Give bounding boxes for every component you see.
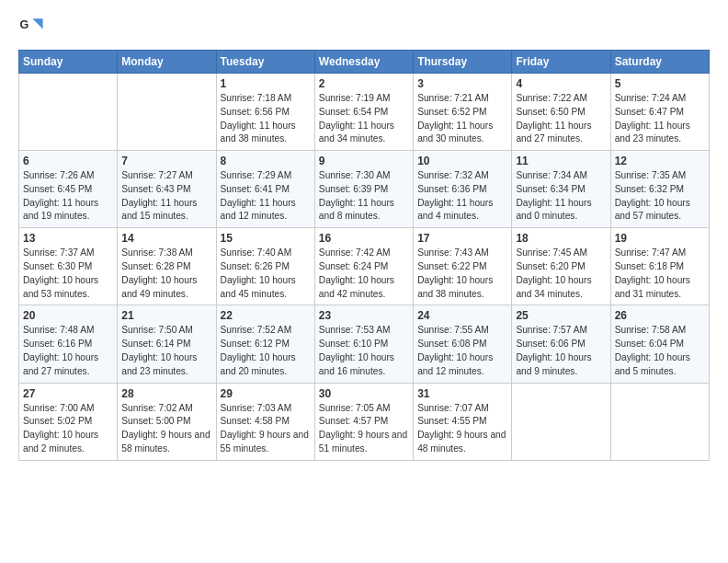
page: G SundayMondayTuesdayWednesdayThursdayFr… xyxy=(0,0,728,476)
day-number: 8 xyxy=(221,155,311,167)
day-number: 2 xyxy=(319,77,409,90)
day-info: Sunrise: 7:40 AM Sunset: 6:26 PM Dayligh… xyxy=(221,247,311,301)
calendar-week-row: 1Sunrise: 7:18 AM Sunset: 6:56 PM Daylig… xyxy=(19,74,710,151)
day-number: 20 xyxy=(23,309,113,322)
day-number: 29 xyxy=(221,387,311,400)
day-info: Sunrise: 7:58 AM Sunset: 6:04 PM Dayligh… xyxy=(615,324,705,378)
day-number: 13 xyxy=(23,232,113,245)
day-info: Sunrise: 7:26 AM Sunset: 6:45 PM Dayligh… xyxy=(23,169,113,224)
day-info: Sunrise: 7:19 AM Sunset: 6:54 PM Dayligh… xyxy=(319,92,409,146)
calendar-cell: 18Sunrise: 7:45 AM Sunset: 6:20 PM Dayli… xyxy=(512,228,610,305)
day-number: 24 xyxy=(417,309,507,322)
day-number: 27 xyxy=(23,387,113,400)
weekday-header: Sunday xyxy=(19,51,118,74)
day-number: 3 xyxy=(417,77,507,90)
calendar-cell: 4Sunrise: 7:22 AM Sunset: 6:50 PM Daylig… xyxy=(512,74,610,151)
day-info: Sunrise: 7:05 AM Sunset: 4:57 PM Dayligh… xyxy=(319,402,409,456)
calendar-cell: 22Sunrise: 7:52 AM Sunset: 6:12 PM Dayli… xyxy=(216,305,314,383)
day-number: 7 xyxy=(121,155,211,167)
day-info: Sunrise: 7:50 AM Sunset: 6:14 PM Dayligh… xyxy=(121,324,211,378)
calendar-week-row: 27Sunrise: 7:00 AM Sunset: 5:02 PM Dayli… xyxy=(19,383,710,460)
calendar-cell: 29Sunrise: 7:03 AM Sunset: 4:58 PM Dayli… xyxy=(216,383,314,460)
day-info: Sunrise: 7:57 AM Sunset: 6:06 PM Dayligh… xyxy=(516,324,606,378)
day-info: Sunrise: 7:34 AM Sunset: 6:34 PM Dayligh… xyxy=(516,169,606,224)
logo-icon: G xyxy=(18,15,44,40)
weekday-header: Tuesday xyxy=(216,51,314,74)
day-info: Sunrise: 7:38 AM Sunset: 6:28 PM Dayligh… xyxy=(121,247,211,301)
day-number: 25 xyxy=(516,309,606,322)
calendar-cell: 25Sunrise: 7:57 AM Sunset: 6:06 PM Dayli… xyxy=(512,305,610,383)
day-info: Sunrise: 7:29 AM Sunset: 6:41 PM Dayligh… xyxy=(221,169,311,224)
calendar-cell: 24Sunrise: 7:55 AM Sunset: 6:08 PM Dayli… xyxy=(414,305,512,383)
day-info: Sunrise: 7:00 AM Sunset: 5:02 PM Dayligh… xyxy=(23,402,113,456)
day-number: 6 xyxy=(23,155,113,167)
day-info: Sunrise: 7:45 AM Sunset: 6:20 PM Dayligh… xyxy=(516,247,606,301)
calendar-cell: 16Sunrise: 7:42 AM Sunset: 6:24 PM Dayli… xyxy=(314,228,413,305)
weekday-header: Thursday xyxy=(414,51,512,74)
calendar-cell: 28Sunrise: 7:02 AM Sunset: 5:00 PM Dayli… xyxy=(118,383,216,460)
calendar-week-row: 20Sunrise: 7:48 AM Sunset: 6:16 PM Dayli… xyxy=(19,305,710,383)
calendar-cell xyxy=(118,74,216,151)
day-number: 10 xyxy=(417,155,507,167)
calendar-cell: 26Sunrise: 7:58 AM Sunset: 6:04 PM Dayli… xyxy=(610,305,709,383)
weekday-header: Monday xyxy=(118,51,216,74)
day-info: Sunrise: 7:52 AM Sunset: 6:12 PM Dayligh… xyxy=(221,324,311,378)
day-number: 21 xyxy=(121,309,211,322)
calendar-cell: 3Sunrise: 7:21 AM Sunset: 6:52 PM Daylig… xyxy=(414,74,512,151)
calendar-cell: 14Sunrise: 7:38 AM Sunset: 6:28 PM Dayli… xyxy=(118,228,216,305)
day-info: Sunrise: 7:37 AM Sunset: 6:30 PM Dayligh… xyxy=(23,247,113,301)
calendar-table: SundayMondayTuesdayWednesdayThursdayFrid… xyxy=(18,50,710,461)
calendar-cell: 6Sunrise: 7:26 AM Sunset: 6:45 PM Daylig… xyxy=(19,151,118,228)
calendar-cell xyxy=(512,383,610,460)
day-info: Sunrise: 7:02 AM Sunset: 5:00 PM Dayligh… xyxy=(121,402,211,456)
calendar-cell: 15Sunrise: 7:40 AM Sunset: 6:26 PM Dayli… xyxy=(216,228,314,305)
day-number: 19 xyxy=(615,232,705,245)
svg-text:G: G xyxy=(19,18,28,31)
svg-marker-1 xyxy=(32,18,42,29)
day-number: 16 xyxy=(319,232,409,245)
day-info: Sunrise: 7:07 AM Sunset: 4:55 PM Dayligh… xyxy=(417,402,507,456)
day-number: 22 xyxy=(221,309,311,322)
day-info: Sunrise: 7:22 AM Sunset: 6:50 PM Dayligh… xyxy=(516,92,606,146)
day-info: Sunrise: 7:47 AM Sunset: 6:18 PM Dayligh… xyxy=(615,247,705,301)
calendar-cell: 11Sunrise: 7:34 AM Sunset: 6:34 PM Dayli… xyxy=(512,151,610,228)
day-number: 23 xyxy=(319,309,409,322)
calendar-cell: 7Sunrise: 7:27 AM Sunset: 6:43 PM Daylig… xyxy=(118,151,216,228)
weekday-header: Saturday xyxy=(610,51,709,74)
day-info: Sunrise: 7:03 AM Sunset: 4:58 PM Dayligh… xyxy=(221,402,311,456)
calendar-cell: 31Sunrise: 7:07 AM Sunset: 4:55 PM Dayli… xyxy=(414,383,512,460)
day-number: 28 xyxy=(121,387,211,400)
calendar-cell: 13Sunrise: 7:37 AM Sunset: 6:30 PM Dayli… xyxy=(19,228,118,305)
day-info: Sunrise: 7:53 AM Sunset: 6:10 PM Dayligh… xyxy=(319,324,409,378)
day-info: Sunrise: 7:24 AM Sunset: 6:47 PM Dayligh… xyxy=(615,92,705,146)
day-info: Sunrise: 7:55 AM Sunset: 6:08 PM Dayligh… xyxy=(417,324,507,378)
calendar-cell: 23Sunrise: 7:53 AM Sunset: 6:10 PM Dayli… xyxy=(314,305,413,383)
day-info: Sunrise: 7:27 AM Sunset: 6:43 PM Dayligh… xyxy=(121,169,211,224)
calendar-cell: 9Sunrise: 7:30 AM Sunset: 6:39 PM Daylig… xyxy=(314,151,413,228)
day-number: 5 xyxy=(615,77,705,90)
calendar-cell: 19Sunrise: 7:47 AM Sunset: 6:18 PM Dayli… xyxy=(610,228,709,305)
day-number: 31 xyxy=(417,387,507,400)
day-number: 9 xyxy=(319,155,409,167)
calendar-cell: 21Sunrise: 7:50 AM Sunset: 6:14 PM Dayli… xyxy=(118,305,216,383)
logo: G xyxy=(18,15,48,40)
day-info: Sunrise: 7:21 AM Sunset: 6:52 PM Dayligh… xyxy=(417,92,507,146)
calendar-cell xyxy=(19,74,118,151)
day-number: 26 xyxy=(615,309,705,322)
day-info: Sunrise: 7:18 AM Sunset: 6:56 PM Dayligh… xyxy=(221,92,311,146)
calendar-cell: 8Sunrise: 7:29 AM Sunset: 6:41 PM Daylig… xyxy=(216,151,314,228)
weekday-header: Friday xyxy=(512,51,610,74)
calendar-cell: 12Sunrise: 7:35 AM Sunset: 6:32 PM Dayli… xyxy=(610,151,709,228)
calendar-cell: 30Sunrise: 7:05 AM Sunset: 4:57 PM Dayli… xyxy=(314,383,413,460)
day-number: 11 xyxy=(516,155,606,167)
day-info: Sunrise: 7:32 AM Sunset: 6:36 PM Dayligh… xyxy=(417,169,507,224)
calendar-cell: 17Sunrise: 7:43 AM Sunset: 6:22 PM Dayli… xyxy=(414,228,512,305)
header: G xyxy=(18,15,710,40)
day-info: Sunrise: 7:42 AM Sunset: 6:24 PM Dayligh… xyxy=(319,247,409,301)
calendar-week-row: 13Sunrise: 7:37 AM Sunset: 6:30 PM Dayli… xyxy=(19,228,710,305)
day-number: 18 xyxy=(516,232,606,245)
day-info: Sunrise: 7:43 AM Sunset: 6:22 PM Dayligh… xyxy=(417,247,507,301)
day-info: Sunrise: 7:35 AM Sunset: 6:32 PM Dayligh… xyxy=(615,169,705,224)
day-number: 15 xyxy=(221,232,311,245)
day-info: Sunrise: 7:48 AM Sunset: 6:16 PM Dayligh… xyxy=(23,324,113,378)
